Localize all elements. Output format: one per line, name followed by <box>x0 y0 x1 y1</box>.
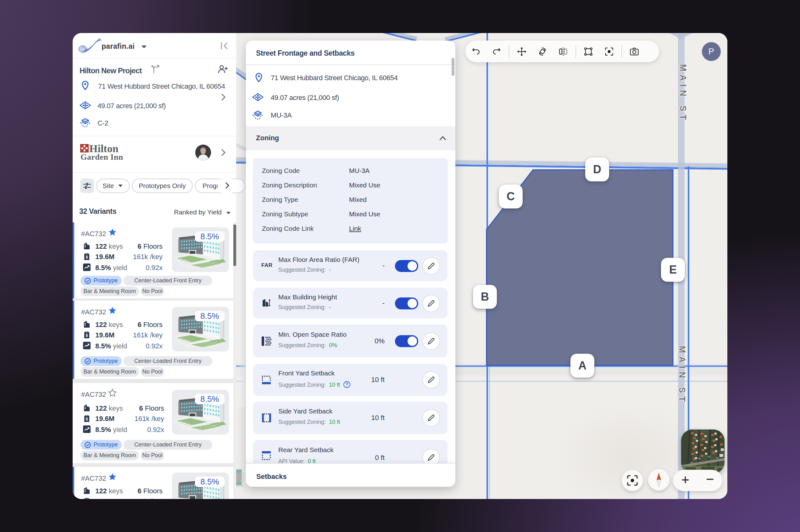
svg-text:$: $ <box>85 333 88 338</box>
svg-text:$: $ <box>85 255 88 260</box>
svg-text:$: $ <box>85 417 88 421</box>
